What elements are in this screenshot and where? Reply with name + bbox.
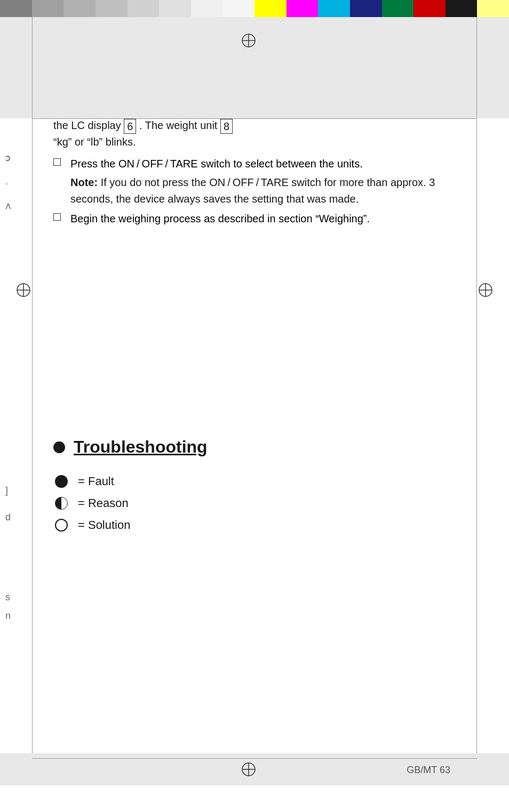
margin-char-s: s [5, 592, 10, 603]
intro-text-middle: . The weight unit [139, 119, 217, 131]
color-seg-red [413, 0, 446, 17]
reason-circle-icon [55, 497, 68, 510]
list-item-2-text: Begin the weighing process as described … [70, 211, 456, 227]
color-seg-cyan [318, 0, 350, 17]
solution-circle-icon [55, 519, 68, 532]
section-title: Troubleshooting [74, 437, 208, 457]
solution-label: = Solution [78, 516, 130, 534]
border-left [32, 17, 33, 759]
note-body: If you do not press the ON / OFF / TARE … [70, 176, 435, 205]
margin-char-bracket: ] [5, 485, 8, 496]
color-bar [0, 0, 509, 17]
box-num-6: 6 [124, 119, 136, 134]
footer-page-info: GB/MT 63 [407, 765, 450, 776]
color-seg-black [446, 0, 478, 17]
intro-text-prefix: the LC display [53, 119, 121, 131]
border-right [476, 17, 477, 759]
color-seg-5 [128, 0, 160, 17]
margin-char-n: n [5, 610, 11, 622]
color-seg-3 [63, 0, 96, 17]
sq-bullet-2 [53, 213, 61, 221]
color-seg-4 [96, 0, 128, 17]
list-item-2: Begin the weighing process as described … [53, 211, 456, 227]
list-item-note: Note: If you do not press the ON / OFF /… [70, 174, 456, 207]
section-bullet-icon [53, 441, 65, 453]
reason-icon [53, 495, 69, 511]
sq-bullet-1 [53, 158, 61, 166]
color-seg-lightyellow [477, 0, 509, 17]
section-title-row: Troubleshooting [53, 437, 456, 457]
note-paragraph: Note: If you do not press the ON / OFF /… [70, 174, 456, 207]
legend-reason: = Reason [53, 494, 456, 512]
margin-char-3: ʌ [5, 200, 11, 212]
reg-mark-bottom-center [241, 762, 256, 777]
reg-mark-left [16, 283, 31, 298]
color-seg-7 [191, 0, 223, 17]
troubleshooting-section: Troubleshooting = Fault = Reason = Solut… [53, 437, 456, 538]
intro-text-line2: “kg” or “lb” blinks. [53, 136, 136, 148]
reason-label: = Reason [78, 494, 129, 512]
bullet-list: Press the ON / OFF / TARE switch to sele… [53, 156, 456, 227]
legend-fault: = Fault [53, 472, 456, 491]
margin-char-d: d [5, 512, 11, 523]
margin-char-1: ɔ [5, 152, 11, 164]
color-seg-green [382, 0, 414, 17]
solution-icon [53, 517, 69, 533]
fault-circle-icon [55, 475, 68, 488]
main-content: the LC display 6 . The weight unit 8 “kg… [53, 117, 456, 229]
list-item-1-text: Press the ON / OFF / TARE switch to sele… [70, 156, 456, 172]
intro-paragraph: the LC display 6 . The weight unit 8 “kg… [53, 117, 456, 150]
reg-mark-right [478, 283, 493, 298]
fault-label: = Fault [78, 472, 114, 491]
header-area [0, 17, 509, 118]
margin-char-2: . [5, 176, 8, 187]
legend-solution: = Solution [53, 516, 456, 534]
color-seg-2 [32, 0, 64, 17]
fault-icon [53, 473, 69, 489]
color-seg-navy [350, 0, 382, 17]
color-seg-6 [159, 0, 191, 17]
box-num-8: 8 [220, 119, 233, 134]
legend-list: = Fault = Reason = Solution [53, 472, 456, 535]
color-seg-8 [222, 0, 254, 17]
border-bottom [32, 758, 477, 759]
reg-mark-top-center [241, 33, 256, 48]
list-item-1: Press the ON / OFF / TARE switch to sele… [53, 156, 456, 172]
color-seg-yellow [254, 0, 287, 17]
color-seg-1 [0, 0, 32, 17]
note-label: Note: [70, 176, 98, 188]
color-seg-magenta [287, 0, 319, 17]
